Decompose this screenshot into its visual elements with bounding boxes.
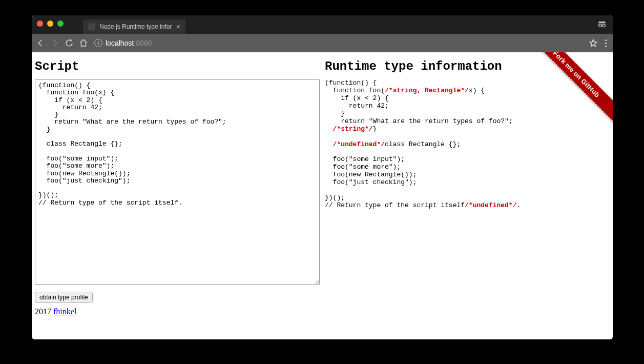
footer: 2017 fhinkel [32,305,613,321]
script-textarea[interactable] [35,79,320,285]
titlebar: Node.js Runtime type informat × [32,15,613,34]
back-button[interactable] [36,38,45,48]
footer-author-link[interactable]: fhinkel [53,307,76,316]
script-heading: Script [35,59,320,73]
close-tab-icon[interactable]: × [176,23,180,31]
footer-year: 2017 [35,307,51,316]
svg-point-0 [599,24,602,27]
minimize-window-button[interactable] [47,21,53,27]
incognito-icon [596,18,608,32]
obtain-type-profile-button[interactable]: obtain type profile [35,292,93,303]
browser-menu-button[interactable] [603,39,609,47]
reload-button[interactable] [65,38,74,48]
svg-point-1 [603,24,606,27]
close-window-button[interactable] [37,21,43,27]
bookmark-star-icon[interactable] [589,38,598,48]
output-column: Runtime type information (function() { f… [325,55,610,210]
forward-button[interactable] [50,38,59,48]
window-controls [37,21,64,27]
browser-window: Node.js Runtime type informat × i localh… [32,15,613,339]
maximize-window-button[interactable] [57,21,64,27]
browser-toolbar: i localhost:8080 [32,34,613,52]
url-text: localhost:8080 [106,39,152,47]
home-button[interactable] [79,38,88,48]
tab-favicon [88,23,95,30]
output-code: (function() { function foo(/*string, Rec… [325,79,610,210]
browser-tab[interactable]: Node.js Runtime type informat × [83,19,185,34]
script-column: Script [35,55,320,287]
site-info-icon[interactable]: i [94,39,102,47]
tab-title: Node.js Runtime type informat [99,23,172,30]
page-content: Fork me on GitHub Script Runtime type in… [32,52,613,339]
address-bar[interactable]: i localhost:8080 [93,36,598,50]
